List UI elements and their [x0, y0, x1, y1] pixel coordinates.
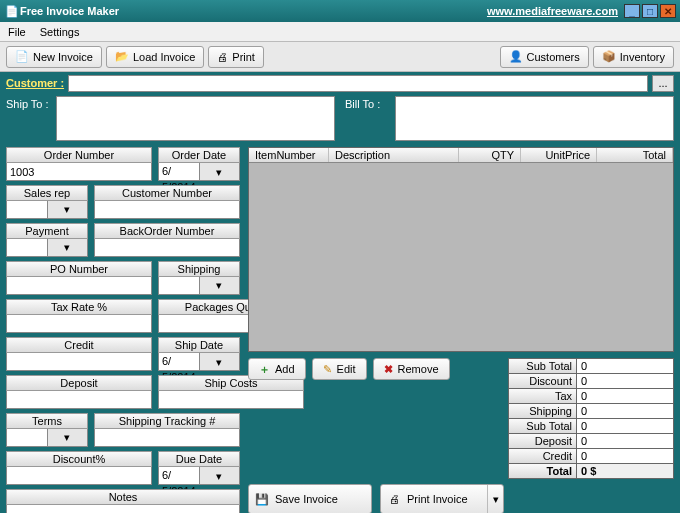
- col-itemnumber[interactable]: ItemNumber: [249, 148, 329, 162]
- fields-panel: Order Number Order Date 6/ 5/2014▾ Sales…: [6, 147, 240, 513]
- order-date-label: Order Date: [158, 147, 240, 163]
- credit-label: Credit: [6, 337, 152, 353]
- shipto-textarea[interactable]: [56, 96, 335, 141]
- credit-total-label: Credit: [509, 449, 577, 463]
- new-invoice-button[interactable]: 📄New Invoice: [6, 46, 102, 68]
- shipping-method-select[interactable]: ▾: [158, 277, 240, 295]
- billto-label: Bill To :: [345, 96, 391, 141]
- billto-textarea[interactable]: [395, 96, 674, 141]
- subtotal2-label: Sub Total: [509, 419, 577, 433]
- ship-date-picker[interactable]: 6/ 5/2014▾: [158, 353, 240, 371]
- menubar: File Settings: [0, 22, 680, 42]
- backorder-number-input[interactable]: [94, 239, 240, 257]
- deposit-total-value: 0: [577, 434, 673, 448]
- toolbar: 📄New Invoice 📂Load Invoice 🖨Print 👤Custo…: [0, 42, 680, 72]
- close-button[interactable]: ✕: [660, 4, 676, 18]
- order-date-picker[interactable]: 6/ 5/2014▾: [158, 163, 240, 181]
- window-url[interactable]: www.mediafreeware.com: [487, 5, 618, 17]
- tax-rate-input[interactable]: [6, 315, 152, 333]
- tax-total-value: 0: [577, 389, 673, 403]
- shipping-total-label: Shipping: [509, 404, 577, 418]
- payment-method-label: Payment Method: [6, 223, 88, 239]
- col-qty[interactable]: QTY: [459, 148, 521, 162]
- sales-rep-select[interactable]: ▾: [6, 201, 88, 219]
- customer-label[interactable]: Customer :: [6, 77, 64, 89]
- ship-date-label: Ship Date: [158, 337, 240, 353]
- deposit-label: Deposit: [6, 375, 152, 391]
- print-invoice-label: Print Invoice: [407, 493, 487, 505]
- calendar-icon[interactable]: ▾: [199, 467, 239, 484]
- col-description[interactable]: Description: [329, 148, 459, 162]
- edit-button[interactable]: ✎Edit: [312, 358, 367, 380]
- tax-rate-label: Tax Rate %: [6, 299, 152, 315]
- customer-input[interactable]: [68, 75, 648, 92]
- maximize-button[interactable]: □: [642, 4, 658, 18]
- plus-icon: ＋: [259, 362, 270, 377]
- subtotal2-value: 0: [577, 419, 673, 433]
- window-title: Free Invoice Maker: [20, 5, 487, 17]
- payment-method-select[interactable]: ▾: [6, 239, 88, 257]
- subtotal-value: 0: [577, 359, 673, 373]
- printer-icon: 🖨: [217, 51, 228, 63]
- col-unitprice[interactable]: UnitPrice: [521, 148, 597, 162]
- deposit-input[interactable]: [6, 391, 152, 409]
- print-invoice-button[interactable]: 🖨Print Invoice▾: [380, 484, 504, 513]
- load-invoice-button[interactable]: 📂Load Invoice: [106, 46, 204, 68]
- tracking-input[interactable]: [94, 429, 240, 447]
- save-invoice-label: Save Invoice: [275, 493, 371, 505]
- credit-input[interactable]: [6, 353, 152, 371]
- printer-icon: 🖨: [381, 493, 407, 505]
- minimize-button[interactable]: _: [624, 4, 640, 18]
- chevron-down-icon: ▾: [47, 429, 88, 446]
- customer-bar: Customer : ...: [0, 72, 680, 94]
- new-invoice-label: New Invoice: [33, 51, 93, 63]
- order-number-label: Order Number: [6, 147, 152, 163]
- page-icon: 📄: [15, 50, 29, 63]
- items-panel: ItemNumber Description QTY UnitPrice Tot…: [248, 147, 674, 513]
- due-date-value: 6/ 5/2014: [159, 467, 199, 484]
- inventory-button[interactable]: 📦Inventory: [593, 46, 674, 68]
- app-icon: 📄: [4, 5, 20, 18]
- customer-number-label: Customer Number: [94, 185, 240, 201]
- sales-rep-label: Sales rep: [6, 185, 88, 201]
- tracking-label: Shipping Tracking #: [94, 413, 240, 429]
- notes-textarea[interactable]: [6, 505, 240, 513]
- customer-number-input[interactable]: [94, 201, 240, 219]
- address-row: Ship To : Bill To :: [0, 94, 680, 143]
- po-number-label: PO Number: [6, 261, 152, 277]
- folder-icon: 📂: [115, 50, 129, 63]
- shipping-method-label: Shipping Method: [158, 261, 240, 277]
- discount-label: Discount%: [6, 451, 152, 467]
- remove-label: Remove: [398, 363, 439, 375]
- add-button[interactable]: ＋Add: [248, 358, 306, 380]
- disk-icon: 💾: [249, 493, 275, 506]
- discount-total-value: 0: [577, 374, 673, 388]
- customer-lookup-button[interactable]: ...: [652, 75, 674, 92]
- remove-button[interactable]: ✖Remove: [373, 358, 450, 380]
- subtotal-label: Sub Total: [509, 359, 577, 373]
- calendar-icon[interactable]: ▾: [199, 353, 239, 370]
- menu-file[interactable]: File: [8, 26, 26, 38]
- total-value: 0 $: [577, 464, 673, 478]
- chevron-down-icon[interactable]: ▾: [487, 485, 503, 513]
- order-number-input[interactable]: [6, 163, 152, 181]
- total-label: Total: [509, 464, 577, 478]
- ship-date-value: 6/ 5/2014: [159, 353, 199, 370]
- print-button[interactable]: 🖨Print: [208, 46, 264, 68]
- calendar-icon[interactable]: ▾: [199, 163, 239, 180]
- customers-button[interactable]: 👤Customers: [500, 46, 589, 68]
- po-number-input[interactable]: [6, 277, 152, 295]
- backorder-number-label: BackOrder Number: [94, 223, 240, 239]
- box-icon: 📦: [602, 50, 616, 63]
- terms-select[interactable]: ▾: [6, 429, 88, 447]
- due-date-picker[interactable]: 6/ 5/2014▾: [158, 467, 240, 485]
- menu-settings[interactable]: Settings: [40, 26, 80, 38]
- col-total[interactable]: Total: [597, 148, 673, 162]
- save-invoice-button[interactable]: 💾Save Invoice: [248, 484, 372, 513]
- items-grid[interactable]: ItemNumber Description QTY UnitPrice Tot…: [248, 147, 674, 352]
- terms-label: Terms: [6, 413, 88, 429]
- customers-label: Customers: [527, 51, 580, 63]
- discount-input[interactable]: [6, 467, 152, 485]
- add-label: Add: [275, 363, 295, 375]
- deposit-total-label: Deposit: [509, 434, 577, 448]
